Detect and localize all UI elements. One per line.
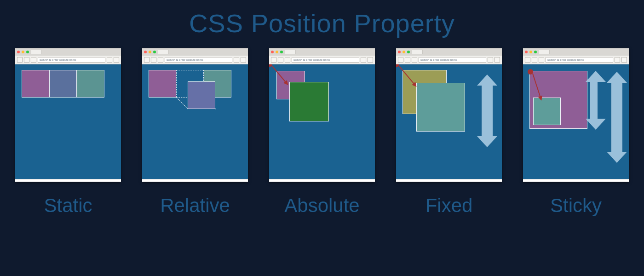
browser-tabrow [523,48,629,56]
panel-absolute: Search to enter website name Absolute [264,48,380,217]
nav-back-icon [398,57,403,63]
panel-sticky: Search to enter website name Sticky [518,48,633,217]
box-indigo-offset [188,81,215,109]
caption-static: Static [44,195,92,217]
browser-tab [285,50,296,54]
scroll-arrow-inner-icon [590,82,598,119]
browser-toolbar: Search to enter website name [396,56,502,64]
panels-row: Search to enter website name Static [0,48,644,217]
nav-forward-icon [532,57,537,63]
browser-bottombar [396,179,502,182]
browser-chrome: Search to enter website name [396,48,502,64]
share-icon [361,57,366,63]
traffic-light-zoom-icon [534,51,537,53]
nav-reload-icon [31,57,36,63]
origin-pin-icon [528,69,533,75]
nav-forward-icon [151,57,156,63]
share-icon [488,57,493,63]
tabs-icon [114,57,119,63]
traffic-light-zoom-icon [153,51,156,53]
box-green-absolute [289,82,329,121]
box-teal-fixed [416,83,465,132]
nav-reload-icon [158,57,163,63]
tabs-icon [494,57,500,63]
box-slate [49,70,77,98]
browser-bottombar [269,179,375,182]
nav-reload-icon [539,57,544,63]
box-purple [149,70,176,98]
browser-bottombar [15,179,121,182]
viewport-sticky [523,64,629,179]
traffic-light-minimize-icon [529,51,532,53]
nav-reload-icon [285,57,290,63]
browser-window-fixed: Search to enter website name [396,48,502,182]
origin-pin-icon [269,64,272,67]
viewport-absolute [269,64,375,179]
traffic-light-close-icon [17,51,20,53]
nav-back-icon [271,57,276,63]
traffic-light-minimize-icon [276,51,278,53]
browser-tab [412,50,423,54]
box-teal [77,70,104,98]
browser-toolbar: Search to enter website name [142,56,248,64]
url-bar: Search to enter website name [419,57,486,63]
browser-window-sticky: Search to enter website name [523,48,629,182]
browser-tabrow [142,48,248,56]
browser-bottombar [523,179,629,182]
browser-bottombar [142,179,248,182]
scroll-arrow-icon [482,86,493,136]
caption-sticky: Sticky [550,195,602,217]
browser-tab [539,50,550,54]
share-icon [615,57,620,63]
traffic-light-minimize-icon [22,51,24,53]
caption-absolute: Absolute [284,195,359,217]
browser-chrome: Search to enter website name [142,48,248,64]
panel-relative: Search to enter website name Relative [138,48,253,217]
traffic-light-zoom-icon [280,51,283,53]
traffic-light-close-icon [271,51,274,53]
origin-pin-icon [396,64,399,67]
caption-fixed: Fixed [426,195,473,217]
tabs-icon [241,57,246,63]
browser-toolbar: Search to enter website name [269,56,375,64]
share-icon [234,57,239,63]
panel-fixed: Search to enter website name Fixed [391,48,506,217]
url-bar: Search to enter website name [292,57,359,63]
browser-toolbar: Search to enter website name [15,56,121,64]
browser-window-static: Search to enter website name [15,48,121,182]
panel-static: Search to enter website name Static [11,48,126,217]
nav-reload-icon [412,57,417,63]
traffic-light-close-icon [398,51,401,53]
traffic-light-minimize-icon [402,51,405,53]
share-icon [107,57,112,63]
browser-tabrow [396,48,502,56]
browser-toolbar: Search to enter website name [523,56,629,64]
box-teal-sticky [533,98,561,125]
nav-forward-icon [278,57,283,63]
scroll-arrow-outer-icon [611,83,622,152]
url-bar: Search to enter website name [165,57,232,63]
traffic-light-minimize-icon [149,51,151,53]
browser-tabrow [269,48,375,56]
traffic-light-close-icon [525,51,528,53]
box-purple [22,70,49,98]
traffic-light-zoom-icon [26,51,29,53]
browser-chrome: Search to enter website name [269,48,375,64]
caption-relative: Relative [160,195,230,217]
nav-back-icon [144,57,150,63]
browser-chrome: Search to enter website name [523,48,629,64]
viewport-fixed [396,64,502,179]
browser-window-absolute: Search to enter website name [269,48,375,182]
viewport-relative [142,64,248,179]
offset-line-1-icon [176,97,188,109]
browser-chrome: Search to enter website name [15,48,121,64]
viewport-static [15,64,121,179]
url-bar: Search to enter website name [546,57,613,63]
nav-forward-icon [24,57,29,63]
nav-forward-icon [405,57,410,63]
browser-window-relative: Search to enter website name [142,48,248,182]
browser-tab [31,50,42,54]
url-bar: Search to enter website name [38,57,105,63]
nav-back-icon [525,57,530,63]
tabs-icon [368,57,373,63]
